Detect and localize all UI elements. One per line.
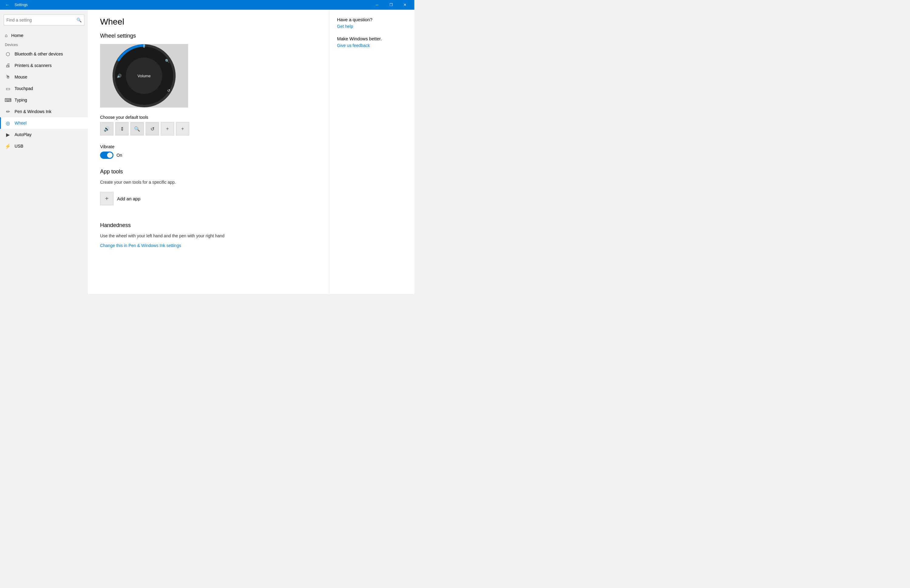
app-body: 🔍 ⌂ Home Devices ⬡ Bluetooth & other dev… (0, 10, 415, 294)
sidebar-item-bluetooth[interactable]: ⬡ Bluetooth & other devices (0, 48, 88, 60)
bluetooth-icon: ⬡ (5, 51, 11, 57)
printers-icon: 🖨 (5, 63, 11, 68)
feedback-title: Make Windows better. (337, 36, 407, 41)
maximize-button[interactable]: ❐ (384, 0, 398, 10)
home-label: Home (11, 33, 23, 38)
question-title: Have a question? (337, 17, 407, 22)
sidebar-item-usb[interactable]: ⚡ USB (0, 141, 88, 152)
sidebar-label-pen: Pen & Windows Ink (15, 109, 51, 114)
window-controls: ─ ❐ ✕ (370, 0, 412, 10)
sidebar-item-touchpad[interactable]: ▭ Touchpad (0, 83, 88, 94)
sidebar-item-pen[interactable]: ✏ Pen & Windows Ink (0, 106, 88, 117)
wheel-zoom-icon: 🔍 (165, 59, 170, 63)
wheel-scroll-icon: ⇕ (142, 44, 146, 48)
sidebar-label-usb: USB (15, 144, 23, 149)
wheel-outer-circle: ⇕ 🔊 🔍 ↺ Volume (114, 45, 175, 106)
home-icon: ⌂ (5, 33, 8, 38)
wheel-volume-icon: 🔊 (117, 74, 121, 78)
app-tools-title: App tools (100, 168, 317, 175)
wheel-graphic: ⇕ 🔊 🔍 ↺ Volume (100, 44, 188, 108)
help-section: Have a question? Get help (337, 17, 407, 29)
search-input[interactable] (6, 18, 76, 23)
wheel-inner-circle: Volume (126, 58, 162, 94)
search-icon: 🔍 (76, 18, 82, 23)
vibrate-state: On (117, 153, 122, 158)
titlebar: ← Settings ─ ❐ ✕ (0, 0, 415, 10)
tool-scroll-button[interactable]: ⇕ (115, 122, 129, 136)
choose-tools-label: Choose your default tools (100, 115, 317, 120)
wheel-undo-icon: ↺ (167, 89, 170, 93)
sidebar-item-wheel[interactable]: ◎ Wheel (0, 117, 88, 129)
sidebar-label-autoplay: AutoPlay (15, 132, 32, 137)
sidebar-label-bluetooth: Bluetooth & other devices (15, 52, 63, 57)
wheel-icon: ◎ (5, 120, 11, 126)
tool-buttons-row: 🔊 ⇕ 🔍 ↺ + + (100, 122, 317, 136)
sidebar-label-wheel: Wheel (15, 121, 27, 126)
touchpad-icon: ▭ (5, 86, 11, 92)
feedback-link[interactable]: Give us feedback (337, 43, 370, 48)
tool-zoom-button[interactable]: 🔍 (130, 122, 144, 136)
minimize-button[interactable]: ─ (370, 0, 384, 10)
tool-undo-button[interactable]: ↺ (146, 122, 159, 136)
sidebar-section-devices: Devices (0, 40, 88, 48)
sidebar: 🔍 ⌂ Home Devices ⬡ Bluetooth & other dev… (0, 10, 88, 294)
maximize-icon: ❐ (389, 3, 393, 7)
add-app-button[interactable]: + (100, 192, 113, 205)
close-icon: ✕ (403, 3, 406, 7)
typing-icon: ⌨ (5, 97, 11, 103)
mouse-icon: 🖱 (5, 74, 11, 80)
tool-add-button-2[interactable]: + (176, 122, 189, 136)
sidebar-label-typing: Typing (15, 98, 27, 102)
feedback-section: Make Windows better. Give us feedback (337, 36, 407, 48)
app-tools-section: App tools Create your own tools for a sp… (100, 168, 317, 207)
get-help-link[interactable]: Get help (337, 24, 353, 29)
app-title: Settings (15, 3, 370, 7)
vibrate-label: Vibrate (100, 144, 317, 149)
handedness-title: Handedness (100, 222, 317, 229)
sidebar-label-printers: Printers & scanners (15, 63, 52, 68)
main-content: Wheel Wheel settings ⇕ 🔊 🔍 ↺ Volume (88, 10, 329, 294)
pen-icon: ✏ (5, 108, 11, 115)
app-tools-desc: Create your own tools for a specific app… (100, 180, 317, 184)
sidebar-item-printers[interactable]: 🖨 Printers & scanners (0, 60, 88, 71)
tool-add-button-1[interactable]: + (161, 122, 174, 136)
wheel-center-label: Volume (138, 74, 151, 78)
close-button[interactable]: ✕ (398, 0, 412, 10)
sidebar-item-autoplay[interactable]: ▶ AutoPlay (0, 129, 88, 141)
wheel-settings-title: Wheel settings (100, 33, 317, 39)
minimize-icon: ─ (376, 3, 379, 7)
sidebar-label-touchpad: Touchpad (15, 86, 33, 91)
back-icon: ← (5, 2, 10, 7)
vibrate-section: Vibrate On (100, 144, 317, 159)
sidebar-label-mouse: Mouse (15, 74, 27, 79)
search-box[interactable]: 🔍 (4, 15, 84, 26)
tool-volume-button[interactable]: 🔊 (100, 122, 113, 136)
handedness-desc: Use the wheel with your left hand and th… (100, 233, 317, 238)
right-panel: Have a question? Get help Make Windows b… (329, 10, 415, 294)
vibrate-toggle[interactable] (100, 152, 113, 159)
page-title: Wheel (100, 17, 317, 27)
vibrate-toggle-row: On (100, 152, 317, 159)
back-button[interactable]: ← (2, 0, 12, 10)
add-app-label: Add an app (117, 196, 141, 201)
sidebar-item-home[interactable]: ⌂ Home (0, 30, 88, 40)
autoplay-icon: ▶ (5, 132, 11, 137)
handedness-link[interactable]: Change this in Pen & Windows Ink setting… (100, 243, 181, 248)
sidebar-item-typing[interactable]: ⌨ Typing (0, 94, 88, 106)
add-app-row[interactable]: + Add an app (100, 191, 317, 207)
usb-icon: ⚡ (5, 143, 11, 149)
sidebar-item-mouse[interactable]: 🖱 Mouse (0, 71, 88, 83)
handedness-section: Handedness Use the wheel with your left … (100, 222, 317, 248)
